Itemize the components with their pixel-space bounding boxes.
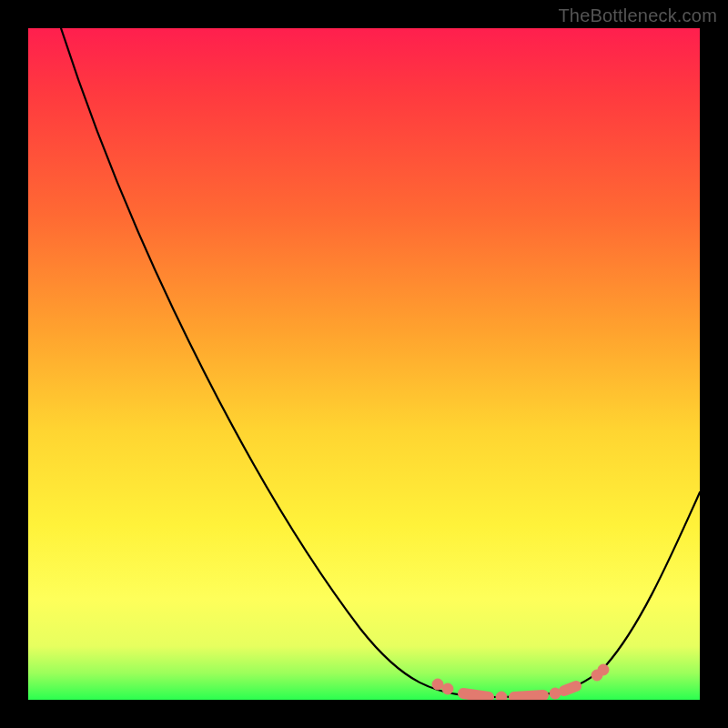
marker-dot xyxy=(598,664,609,675)
marker-dash xyxy=(564,686,576,691)
marker-dot xyxy=(442,683,453,694)
bottleneck-curve xyxy=(61,28,700,697)
marker-dot xyxy=(432,679,443,690)
chart-frame: TheBottleneck.com xyxy=(0,0,728,728)
marker-dot xyxy=(496,692,507,700)
bottleneck-plot xyxy=(28,28,700,700)
marker-dash xyxy=(514,695,543,697)
plot-svg xyxy=(28,28,700,700)
marker-dash xyxy=(463,693,489,697)
watermark-text: TheBottleneck.com xyxy=(558,5,717,26)
